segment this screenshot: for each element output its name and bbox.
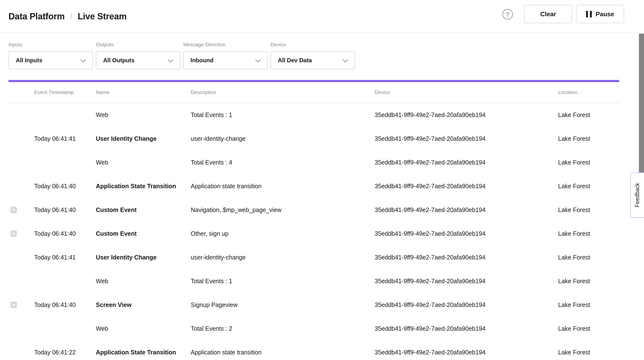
- table-row: Today 06:41:40 Screen View Signup Pagevi…: [8, 293, 620, 317]
- stream-progress-bar: [8, 80, 619, 82]
- help-icon[interactable]: ?: [502, 9, 513, 20]
- page-header: Data Platform / Live Stream ? Clear Paus…: [0, 0, 644, 33]
- cell-expand: [8, 278, 34, 284]
- cell-event-timestamp: Today 06:41:22: [34, 349, 96, 356]
- column-header-event-timestamp: Event Timestamp: [34, 89, 96, 95]
- cell-description: Total Events : 2: [191, 325, 375, 332]
- cell-location: Lake Forest: [558, 111, 620, 119]
- chevron-down-icon: [255, 57, 261, 62]
- chevron-down-icon: [168, 57, 174, 62]
- cell-name: Web: [96, 111, 191, 119]
- cell-expand: [8, 112, 34, 118]
- table-row: Web Total Events : 1 35eddb41-9ff9-49e2-…: [8, 103, 620, 127]
- cell-name: Custom Event: [96, 206, 191, 213]
- column-header-location: Location: [558, 89, 620, 95]
- table-row: Today 06:41:40 Custom Event Navigation, …: [8, 198, 620, 222]
- chevron-down-icon: [80, 57, 86, 62]
- device-filter-label: Device: [270, 42, 355, 47]
- cell-expand: [8, 325, 34, 332]
- message-direction-select-value: Inbound: [190, 57, 214, 64]
- cell-location: Lake Forest: [558, 278, 620, 285]
- outputs-select-value: All Outputs: [103, 57, 134, 64]
- app-root: Data Platform / Live Stream ? Clear Paus…: [0, 0, 644, 360]
- scrollbar-thumb[interactable]: [639, 34, 644, 173]
- cell-name: Web: [96, 325, 191, 332]
- cell-name: User Identity Change: [96, 135, 191, 142]
- expand-row-button[interactable]: [10, 302, 17, 308]
- cell-name: Custom Event: [96, 230, 191, 237]
- filter-group-message-direction: Message Direction Inbound: [183, 42, 268, 69]
- cell-event-timestamp: Today 06:41:40: [34, 230, 96, 237]
- cell-location: Lake Forest: [558, 135, 620, 142]
- cell-event-timestamp: Today 06:41:40: [34, 206, 96, 213]
- inputs-filter-label: Inputs: [8, 42, 93, 47]
- cell-event-timestamp: Today 06:41:41: [34, 135, 96, 142]
- cell-location: Lake Forest: [558, 159, 620, 166]
- cell-location: Lake Forest: [558, 254, 620, 261]
- message-direction-filter-label: Message Direction: [183, 42, 268, 47]
- cell-device: 35eddb41-9ff9-49e2-7aed-20afa90eb194: [375, 301, 558, 308]
- clear-button-label: Clear: [540, 10, 556, 18]
- cell-description: Total Events : 1: [191, 278, 375, 285]
- cell-expand: [8, 230, 34, 237]
- device-select[interactable]: All Dev Data: [270, 51, 355, 69]
- cell-name: Application State Transition: [96, 183, 191, 190]
- cell-expand: [8, 302, 34, 308]
- filter-group-outputs: Outputs All Outputs: [96, 42, 180, 69]
- cell-expand: [8, 159, 34, 166]
- expand-row-button[interactable]: [10, 230, 17, 237]
- cell-location: Lake Forest: [558, 206, 620, 213]
- breadcrumb: Data Platform / Live Stream: [8, 0, 127, 33]
- inputs-select-value: All Inputs: [16, 57, 42, 64]
- cell-name: Web: [96, 278, 191, 285]
- feedback-tab[interactable]: Feedback: [630, 173, 644, 218]
- cell-location: Lake Forest: [558, 183, 620, 190]
- table-row: Web Total Events : 1 35eddb41-9ff9-49e2-…: [8, 269, 620, 293]
- cell-event-timestamp: Today 06:41:40: [34, 183, 96, 190]
- feedback-tab-label: Feedback: [634, 183, 640, 207]
- cell-device: 35eddb41-9ff9-49e2-7aed-20afa90eb194: [375, 111, 558, 119]
- cell-expand: [8, 254, 34, 261]
- events-table: Event Timestamp Name Description Device …: [8, 82, 620, 360]
- cell-event-timestamp: Today 06:41:41: [34, 254, 96, 261]
- cell-description: Total Events : 4: [191, 159, 375, 166]
- column-header-description: Description: [191, 89, 375, 95]
- cell-event-timestamp: Today 06:41:40: [34, 301, 96, 308]
- column-header-device: Device: [375, 89, 558, 95]
- cell-description: user-identity-change: [191, 135, 375, 142]
- outputs-select[interactable]: All Outputs: [96, 51, 180, 69]
- table-row: Today 06:41:40 Custom Event Other, sign …: [8, 222, 620, 245]
- table-row: Today 06:41:22 Application State Transit…: [8, 340, 620, 360]
- pause-icon: [586, 11, 592, 17]
- cell-name: Application State Transition: [96, 349, 191, 356]
- cell-description: Other, sign up: [191, 230, 375, 237]
- expand-row-button[interactable]: [10, 207, 17, 213]
- cell-device: 35eddb41-9ff9-49e2-7aed-20afa90eb194: [375, 254, 558, 261]
- cell-name: Web: [96, 159, 191, 166]
- cell-description: Application state transition: [191, 183, 375, 190]
- pause-button[interactable]: Pause: [576, 5, 624, 23]
- breadcrumb-section[interactable]: Data Platform: [8, 11, 64, 21]
- filters-bar: Inputs All Inputs Outputs All Outputs Me…: [0, 33, 644, 80]
- device-select-value: All Dev Data: [278, 57, 312, 64]
- table-row: Today 06:41:41 User Identity Change user…: [8, 127, 620, 151]
- cell-device: 35eddb41-9ff9-49e2-7aed-20afa90eb194: [375, 278, 558, 285]
- cell-device: 35eddb41-9ff9-49e2-7aed-20afa90eb194: [375, 159, 558, 166]
- table-row: Today 06:41:41 User Identity Change user…: [8, 245, 620, 269]
- cell-device: 35eddb41-9ff9-49e2-7aed-20afa90eb194: [375, 325, 558, 332]
- cell-device: 35eddb41-9ff9-49e2-7aed-20afa90eb194: [375, 230, 558, 237]
- cell-description: user-identity-change: [191, 254, 375, 261]
- cell-description: Navigation, $mp_web_page_view: [191, 206, 375, 213]
- cell-expand: [8, 349, 34, 356]
- clear-button[interactable]: Clear: [524, 5, 572, 23]
- cell-expand: [8, 135, 34, 142]
- table-row: Web Total Events : 2 35eddb41-9ff9-49e2-…: [8, 317, 620, 340]
- inputs-select[interactable]: All Inputs: [8, 51, 93, 69]
- table-row: Web Total Events : 4 35eddb41-9ff9-49e2-…: [8, 151, 620, 174]
- cell-device: 35eddb41-9ff9-49e2-7aed-20afa90eb194: [375, 206, 558, 213]
- message-direction-select[interactable]: Inbound: [183, 51, 268, 69]
- filter-group-device: Device All Dev Data: [270, 42, 355, 69]
- cell-name: Screen View: [96, 301, 191, 308]
- cell-expand: [8, 183, 34, 189]
- cell-location: Lake Forest: [558, 349, 620, 356]
